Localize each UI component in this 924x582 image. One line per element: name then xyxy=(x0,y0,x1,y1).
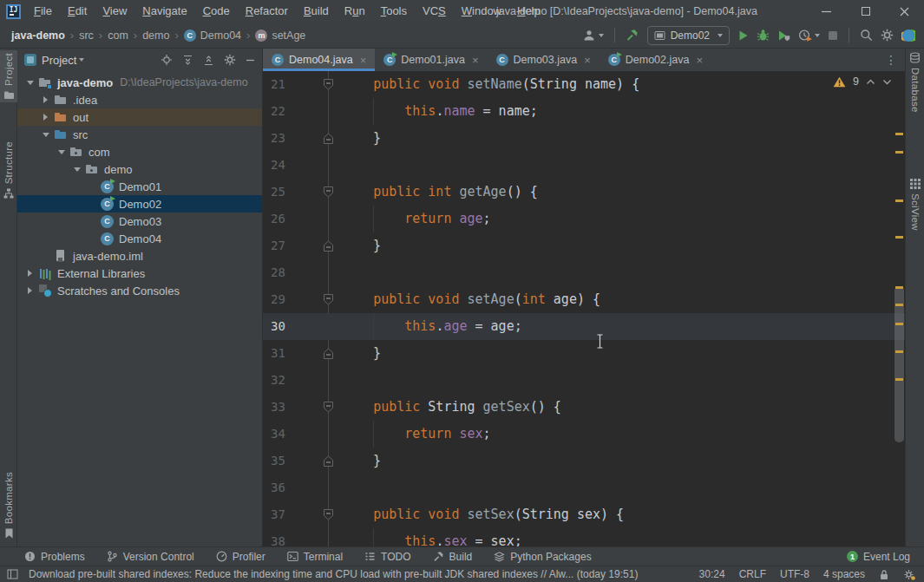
search-everywhere-icon[interactable] xyxy=(860,26,873,45)
fold-start-marker[interactable] xyxy=(323,78,334,91)
chevron-expanded-icon[interactable] xyxy=(56,147,67,158)
run-configuration-select[interactable]: Demo02 xyxy=(647,26,730,45)
code-line-37[interactable]: 37 public void setSex(String sex) { xyxy=(263,501,905,528)
file-encoding[interactable]: UTF-8 xyxy=(780,568,809,580)
fold-end-marker[interactable] xyxy=(323,132,334,145)
breadcrumb-item-java-demo[interactable]: java-demo xyxy=(11,29,65,42)
tool-window-button-python-packages[interactable]: Python Packages xyxy=(494,551,591,563)
run-with-coverage-button[interactable] xyxy=(777,26,790,45)
breadcrumb-item-demo04[interactable]: CDemo04 xyxy=(184,29,241,42)
tab-options-icon[interactable]: ⋮ xyxy=(877,49,905,71)
fold-start-marker[interactable] xyxy=(323,293,334,306)
code-text[interactable]: public int getAge() { xyxy=(342,179,538,206)
code-line-24[interactable]: 24 xyxy=(263,152,905,179)
warning-stripe-mark[interactable] xyxy=(895,378,903,381)
indent-style[interactable]: 4 spaces xyxy=(823,568,865,580)
tree-item-java-demo-iml[interactable]: java-demo.iml xyxy=(17,247,262,265)
code-line-26[interactable]: 26 return age; xyxy=(263,206,905,232)
tool-window-button-profiler[interactable]: Profiler xyxy=(216,551,265,563)
tool-window-button-bookmarks[interactable]: Bookmarks xyxy=(0,469,17,541)
tree-item-demo02[interactable]: CDemo02 xyxy=(17,195,262,213)
chevron-collapsed-icon[interactable] xyxy=(24,285,36,297)
tree-item-scratches-and-consoles[interactable]: Scratches and Consoles xyxy=(17,282,262,299)
code-text[interactable]: } xyxy=(342,340,381,367)
debug-button[interactable] xyxy=(757,26,770,45)
locate-file-icon[interactable] xyxy=(161,54,173,66)
code-line-31[interactable]: 31 } xyxy=(263,340,905,367)
warning-stripe-mark[interactable] xyxy=(895,133,903,135)
chevron-expanded-icon[interactable] xyxy=(71,164,82,175)
tab-close-icon[interactable]: × xyxy=(472,54,479,67)
tree-item-demo[interactable]: demo xyxy=(17,160,262,178)
tool-window-button-problems[interactable]: Problems xyxy=(24,551,85,563)
code-line-27[interactable]: 27 } xyxy=(263,232,905,259)
code-text[interactable]: } xyxy=(342,125,381,152)
inspections-widget[interactable]: 9 xyxy=(833,75,892,88)
status-message[interactable]: Download pre-built shared indexes: Reduc… xyxy=(29,568,691,580)
next-issue-chevron-down-icon[interactable] xyxy=(882,79,892,85)
settings-gear-icon[interactable] xyxy=(881,26,894,45)
code-text[interactable]: public void setName(String name) { xyxy=(342,71,639,98)
maximize-button[interactable] xyxy=(846,0,885,23)
code-line-22[interactable]: 22 this.name = name; xyxy=(263,98,905,125)
code-line-32[interactable]: 32 xyxy=(263,367,905,394)
menu-item-tools[interactable]: Tools xyxy=(373,0,415,23)
code-line-34[interactable]: 34 return sex; xyxy=(263,421,905,448)
warning-stripe-mark[interactable] xyxy=(895,350,903,353)
chevron-collapsed-icon[interactable] xyxy=(40,112,51,123)
code-line-23[interactable]: 23 } xyxy=(263,125,905,152)
tree-item-demo04[interactable]: CDemo04 xyxy=(17,230,262,247)
code-line-28[interactable]: 28 xyxy=(263,259,905,286)
code-line-29[interactable]: 29 public void setAge(int age) { xyxy=(263,286,905,313)
fold-end-marker[interactable] xyxy=(323,239,334,252)
stop-button[interactable] xyxy=(828,26,838,45)
warning-stripe-mark[interactable] xyxy=(895,236,903,239)
minimize-button[interactable] xyxy=(807,0,846,23)
tab-demo02-java[interactable]: CDemo02.java× xyxy=(600,49,711,71)
menu-item-vcs[interactable]: VCS xyxy=(415,0,454,23)
code-text[interactable]: } xyxy=(342,448,381,474)
caret-position[interactable]: 30:24 xyxy=(699,568,725,580)
close-button[interactable] xyxy=(885,0,924,23)
code-line-33[interactable]: 33 public String getSex() { xyxy=(263,394,905,421)
breadcrumb-item-src[interactable]: src xyxy=(79,29,94,42)
scrollbar-thumb[interactable] xyxy=(895,286,904,442)
tool-window-button-version-control[interactable]: Version Control xyxy=(107,551,194,563)
code-line-36[interactable]: 36 xyxy=(263,474,905,501)
fold-start-marker[interactable] xyxy=(323,508,334,521)
tree-item-demo01[interactable]: CDemo01 xyxy=(17,178,262,195)
menu-item-navigate[interactable]: Navigate xyxy=(134,0,194,23)
tool-window-button-todo[interactable]: TODO xyxy=(364,551,410,563)
tool-window-button-terminal[interactable]: Terminal xyxy=(287,551,343,563)
tree-item-external-libraries[interactable]: External Libraries xyxy=(17,265,262,282)
tool-window-button-structure[interactable]: Structure xyxy=(0,139,17,201)
run-button[interactable] xyxy=(737,26,749,45)
code-text[interactable]: public void setAge(int age) { xyxy=(342,286,600,313)
fold-end-marker[interactable] xyxy=(323,454,334,468)
notifications-gear-icon[interactable] xyxy=(903,568,915,580)
tool-window-button-database[interactable]: Database xyxy=(906,52,924,113)
code-line-21[interactable]: 21 public void setName(String name) { xyxy=(263,71,905,98)
fold-end-marker[interactable] xyxy=(323,347,334,360)
tab-close-icon[interactable]: × xyxy=(696,54,703,67)
tool-window-button-project[interactable]: Project xyxy=(0,50,17,102)
menu-item-refactor[interactable]: Refactor xyxy=(238,0,296,23)
warning-stripe-mark[interactable] xyxy=(895,286,903,289)
code-line-38[interactable]: 38 this.sex = sex; xyxy=(263,528,905,546)
code-text[interactable]: return sex; xyxy=(342,421,491,448)
line-separator[interactable]: CRLF xyxy=(739,568,766,580)
user-account-icon[interactable] xyxy=(582,26,604,45)
warning-stripe-mark[interactable] xyxy=(895,304,903,306)
breadcrumb-item-demo[interactable]: demo xyxy=(142,29,169,42)
hide-panel-icon[interactable] xyxy=(246,56,255,65)
tool-window-switcher-icon[interactable] xyxy=(7,569,18,579)
warning-stripe-mark[interactable] xyxy=(895,151,903,154)
code-editor[interactable]: 21 public void setName(String name) {22 … xyxy=(263,71,905,546)
tree-item-out[interactable]: out xyxy=(17,108,262,126)
chevron-collapsed-icon[interactable] xyxy=(24,268,36,279)
chevron-expanded-icon[interactable] xyxy=(24,77,36,88)
menu-item-file[interactable]: File xyxy=(26,0,60,23)
menu-item-run[interactable]: Run xyxy=(337,0,373,23)
project-panel-title[interactable]: Project xyxy=(42,54,76,67)
menu-item-edit[interactable]: Edit xyxy=(60,0,95,23)
